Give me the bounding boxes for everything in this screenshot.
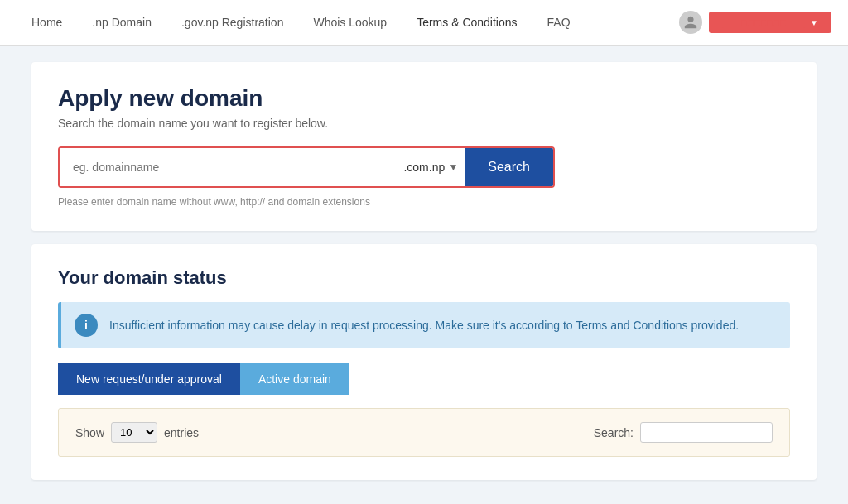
table-section: Show 10 25 50 100 entries Search: — [58, 408, 790, 457]
apply-subtitle: Search the domain name you want to regis… — [58, 117, 790, 130]
user-name-label: ■■■■■■■ — [722, 17, 805, 28]
tab-new-request[interactable]: New request/under approval — [58, 363, 240, 395]
info-icon: i — [75, 314, 98, 337]
nav-right: ■■■■■■■ ▼ — [679, 11, 831, 34]
domain-status-title: Your domain status — [58, 267, 790, 289]
nav-item-gov-registration[interactable]: .gov.np Registration — [166, 0, 298, 46]
table-search-input[interactable] — [640, 422, 773, 443]
info-message: Insufficient information may cause delay… — [109, 319, 739, 332]
info-banner: i Insufficient information may cause del… — [58, 302, 790, 348]
nav-item-terms[interactable]: Terms & Conditions — [402, 0, 532, 46]
domain-search-input[interactable] — [60, 148, 393, 186]
domain-extension-wrapper: .com.np .net.np .org.np .edu.np .gov.np … — [393, 148, 465, 186]
entries-per-page-select[interactable]: 10 25 50 100 — [111, 422, 157, 443]
entries-label: entries — [164, 426, 199, 439]
table-search-control: Search: — [594, 422, 773, 443]
show-label: Show — [75, 426, 104, 439]
nav-item-faq[interactable]: FAQ — [532, 0, 585, 46]
domain-status-tabs: New request/under approval Active domain — [58, 363, 790, 395]
nav-items: Home .np Domain .gov.np Registration Who… — [17, 0, 679, 46]
search-hint-text: Please enter domain name without www, ht… — [58, 196, 790, 208]
table-search-label: Search: — [594, 426, 634, 439]
nav-item-np-domain[interactable]: .np Domain — [77, 0, 166, 46]
main-content: Apply new domain Search the domain name … — [18, 62, 830, 480]
tab-active-domain[interactable]: Active domain — [240, 363, 349, 395]
apply-domain-card: Apply new domain Search the domain name … — [31, 62, 817, 231]
domain-search-box: .com.np .net.np .org.np .edu.np .gov.np … — [58, 146, 555, 188]
apply-title: Apply new domain — [58, 85, 790, 112]
user-menu-button[interactable]: ■■■■■■■ ▼ — [709, 12, 831, 33]
search-button[interactable]: Search — [465, 148, 553, 186]
nav-item-home[interactable]: Home — [17, 0, 77, 46]
table-controls: Show 10 25 50 100 entries Search: — [75, 422, 773, 443]
domain-status-card: Your domain status i Insufficient inform… — [31, 244, 817, 480]
navbar: Home .np Domain .gov.np Registration Who… — [0, 0, 848, 46]
domain-extension-select[interactable]: .com.np .net.np .org.np .edu.np .gov.np — [400, 149, 461, 185]
show-entries-control: Show 10 25 50 100 entries — [75, 422, 199, 443]
chevron-down-icon: ▼ — [810, 18, 818, 27]
user-avatar-icon — [679, 11, 702, 34]
nav-item-whois[interactable]: Whois Lookup — [298, 0, 402, 46]
